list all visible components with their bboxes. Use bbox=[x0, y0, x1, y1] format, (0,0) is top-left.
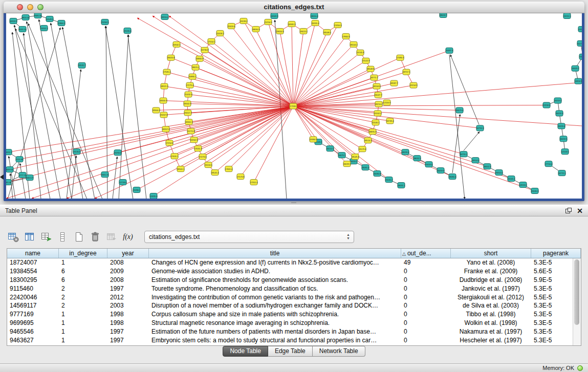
network-node-yellow[interactable]: 18210.2 bbox=[375, 101, 383, 107]
network-node-yellow[interactable]: 17480.3 bbox=[396, 55, 404, 60]
table-row[interactable]: 977716911998Corpus callosum shape and si… bbox=[7, 310, 581, 319]
network-node-teal[interactable]: 16487.4 bbox=[445, 48, 453, 53]
delete-table-icon[interactable] bbox=[88, 230, 102, 244]
network-node-teal[interactable]: 18631.5 bbox=[413, 156, 421, 161]
network-node-yellow[interactable]: 18690.9 bbox=[252, 26, 260, 32]
network-node-teal[interactable]: 18059.4 bbox=[401, 149, 409, 155]
network-node-yellow[interactable]: 17631.1 bbox=[170, 154, 179, 159]
network-node-teal[interactable]: 9115.46 bbox=[16, 157, 24, 162]
network-node-teal[interactable]: 15923.2 bbox=[578, 26, 582, 32]
network-node-yellow[interactable]: 18549.4 bbox=[351, 154, 359, 160]
network-node-teal[interactable]: 8816.04 bbox=[21, 14, 30, 20]
network-node-yellow[interactable]: 18508.0 bbox=[323, 29, 331, 35]
network-node-teal[interactable]: 18624.7 bbox=[439, 13, 447, 17]
table-cell[interactable]: Stergiakouli et al. (2012) bbox=[451, 293, 531, 301]
network-node-teal[interactable]: 16772.1 bbox=[558, 170, 566, 176]
network-node-yellow[interactable]: 20931.4 bbox=[311, 20, 319, 26]
network-node-yellow[interactable]: 12116.9 bbox=[383, 100, 391, 105]
network-node-yellow[interactable]: 21254.9 bbox=[264, 19, 272, 25]
network-node-yellow[interactable]: 17860.9 bbox=[342, 33, 350, 39]
column-header-short[interactable]: short bbox=[451, 249, 531, 258]
table-cell[interactable]: 9463627 bbox=[7, 336, 59, 344]
minimize-window-button[interactable] bbox=[27, 4, 33, 10]
network-node-yellow[interactable]: 17631.4 bbox=[194, 146, 202, 151]
function-icon[interactable]: f(x) bbox=[121, 230, 135, 244]
table-cell[interactable]: Corpus callosum shape and size in male p… bbox=[149, 310, 401, 319]
table-cell[interactable]: 1997 bbox=[107, 284, 149, 293]
network-node-teal[interactable]: 14454.3 bbox=[574, 78, 582, 84]
table-row[interactable]: 969969511998Structural magnetic resonanc… bbox=[7, 319, 581, 327]
table-cell[interactable]: 1 bbox=[59, 258, 107, 267]
network-canvas[interactable]: 16959.58816.049346.0610549.211864.28535.… bbox=[6, 13, 582, 199]
table-row[interactable]: 2242004622012Investigating the contribut… bbox=[7, 293, 581, 301]
network-node-teal[interactable]: 19245.1 bbox=[507, 176, 515, 182]
network-node-teal[interactable]: 19052.0 bbox=[495, 170, 503, 176]
table-cell[interactable]: 9465546 bbox=[7, 327, 59, 336]
network-graph[interactable]: 16959.58816.049346.0610549.211864.28535.… bbox=[6, 13, 582, 199]
table-cell[interactable]: 6 bbox=[59, 276, 107, 285]
table-cell[interactable]: Estimation of the future numbers of pati… bbox=[149, 327, 401, 336]
table-cell[interactable]: 1 bbox=[59, 319, 107, 327]
table-cell[interactable]: 0 bbox=[401, 293, 451, 301]
network-node-yellow[interactable]: 19154.9 bbox=[409, 82, 418, 88]
network-node-yellow[interactable]: 21432.0 bbox=[184, 92, 192, 97]
network-node-yellow[interactable]: 18739.4 bbox=[386, 118, 394, 124]
network-node-yellow[interactable]: 19224.5 bbox=[204, 162, 212, 168]
table-cell[interactable]: 0 bbox=[401, 319, 451, 327]
table-cell[interactable]: 0 bbox=[401, 284, 451, 293]
network-node-yellow[interactable]: 18508.8 bbox=[366, 66, 375, 72]
column-header-name[interactable]: name bbox=[7, 249, 59, 258]
network-node-teal[interactable]: 5905.15 bbox=[101, 172, 109, 178]
network-node-yellow[interactable]: 20730.8 bbox=[201, 47, 209, 53]
table-cell[interactable]: 0 bbox=[401, 267, 451, 276]
network-node-teal[interactable]: 12103.5 bbox=[561, 149, 569, 155]
tab-network-table[interactable]: Network Table bbox=[313, 346, 365, 357]
table-cell[interactable]: Structural magnetic resonance image aver… bbox=[149, 319, 401, 327]
network-node-yellow[interactable]: 17275.4 bbox=[186, 82, 194, 88]
network-node-teal[interactable]: 16679.0 bbox=[455, 107, 464, 113]
table-cell[interactable]: Wolkin et al. (1998) bbox=[451, 319, 531, 327]
table-cell[interactable]: 2008 bbox=[107, 276, 149, 285]
network-node-teal[interactable]: 21286.1 bbox=[133, 187, 141, 193]
network-node-teal[interactable]: 19059.0 bbox=[425, 162, 433, 167]
table-cell[interactable]: Estimation of significance thresholds fo… bbox=[149, 276, 401, 285]
table-cell[interactable]: 1997 bbox=[107, 327, 149, 336]
network-node-yellow[interactable]: 19613.2 bbox=[299, 28, 308, 34]
network-node-yellow[interactable]: 18771.7 bbox=[370, 75, 378, 80]
network-node-teal[interactable]: 19135.0 bbox=[123, 28, 132, 33]
table-cell[interactable]: 9699695 bbox=[7, 319, 59, 327]
network-node-yellow[interactable]: 18300.2 bbox=[152, 107, 160, 113]
network-node-yellow[interactable]: 19228.2 bbox=[239, 18, 248, 24]
network-node-teal[interactable]: 18081.0 bbox=[361, 165, 369, 170]
network-node-yellow[interactable]: 19745.8 bbox=[356, 50, 364, 55]
table-cell[interactable]: 0 bbox=[401, 301, 451, 310]
network-node-teal[interactable]: 18310.4 bbox=[161, 14, 169, 19]
table-cell[interactable]: de Silva et al. (2003) bbox=[451, 301, 531, 310]
network-node-teal[interactable]: 20531.7 bbox=[78, 62, 86, 68]
network-node-yellow[interactable]: 17581.2 bbox=[163, 69, 171, 75]
table-cell[interactable]: Embryonic stem cells: a model to study s… bbox=[149, 336, 401, 344]
column-header-in-degree[interactable]: in_degree bbox=[59, 249, 107, 258]
network-node-teal[interactable]: 18152.0 bbox=[326, 146, 334, 151]
network-node-yellow[interactable]: 20880.7 bbox=[188, 74, 197, 79]
table-cell[interactable]: Hescheler et al. (1997) bbox=[451, 336, 531, 344]
table-selector-dropdown[interactable]: citations_edges.txt ▲▼ bbox=[144, 231, 354, 243]
table-cell[interactable]: 2 bbox=[59, 293, 107, 301]
network-node-teal[interactable]: 9699.65 bbox=[6, 167, 14, 172]
network-node-yellow[interactable]: 18895.9 bbox=[368, 129, 377, 135]
network-node-yellow[interactable]: 18099.5 bbox=[343, 161, 351, 167]
table-cell[interactable]: Genome-wide association studies in ADHD. bbox=[149, 267, 401, 276]
close-panel-icon[interactable]: ✕ bbox=[577, 207, 583, 214]
network-node-yellow[interactable]: 17351.4 bbox=[250, 180, 258, 185]
network-node-yellow[interactable]: 18104.2 bbox=[350, 41, 358, 47]
table-cell[interactable]: 0 bbox=[401, 276, 451, 285]
network-node-teal[interactable]: 12435.0 bbox=[149, 193, 158, 199]
column-header-title[interactable]: title bbox=[149, 249, 401, 258]
new-table-icon[interactable] bbox=[72, 230, 86, 244]
table-cell[interactable]: 2003 bbox=[107, 301, 149, 310]
tab-node-table[interactable]: Node Table bbox=[223, 346, 268, 357]
network-node-yellow[interactable]: 17450.3 bbox=[334, 22, 342, 28]
add-rows-icon[interactable] bbox=[39, 230, 53, 244]
network-node-teal[interactable]: 9463.27 bbox=[26, 175, 34, 181]
table-row[interactable]: 1872400712008Changes of HCN gene express… bbox=[7, 258, 581, 267]
